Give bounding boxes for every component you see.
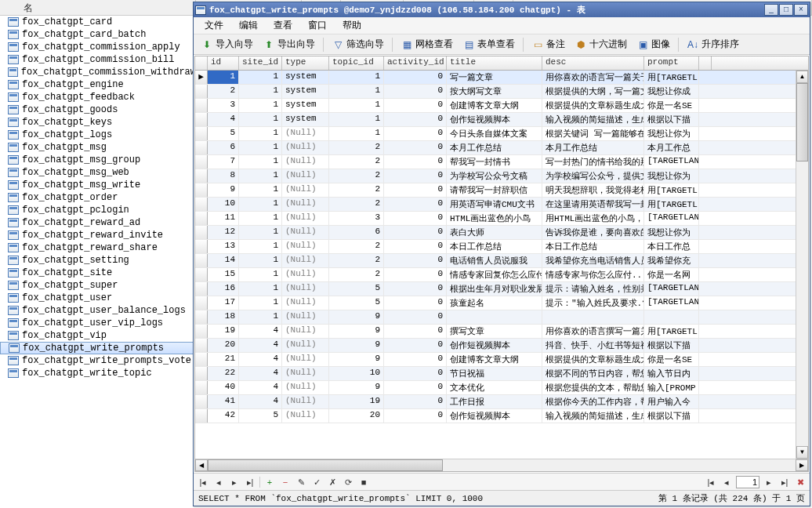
cell-prompt[interactable]: 我想让你为 xyxy=(644,226,699,239)
cell-desc[interactable] xyxy=(542,310,644,324)
cell-site-id[interactable]: 1 xyxy=(239,127,282,140)
row-gutter[interactable] xyxy=(195,240,208,253)
cell-prompt[interactable] xyxy=(644,310,699,324)
row-gutter[interactable] xyxy=(195,310,208,324)
cell-topic-id[interactable]: 9 xyxy=(329,381,384,394)
cell-prompt[interactable]: 用户输入今 xyxy=(644,395,699,408)
cell-topic-id[interactable]: 20 xyxy=(329,409,384,423)
scroll-left-button[interactable]: ◀ xyxy=(195,459,208,471)
row-gutter[interactable] xyxy=(195,381,208,394)
cell-activity-id[interactable]: 0 xyxy=(384,395,447,408)
row-gutter-header[interactable] xyxy=(195,56,208,70)
nav-cancel[interactable]: ✗ xyxy=(326,476,339,488)
table-row[interactable]: 91(Null)20请帮我写一封辞职信明天我想辞职，我觉得老板用[TARGETL xyxy=(195,183,808,198)
cell-id[interactable]: 16 xyxy=(208,282,239,296)
table-row[interactable]: 194(Null)90撰写文章用你喜欢的语言撰写一篇关用[TARGETL xyxy=(195,325,808,339)
table-list-item[interactable]: fox_chatgpt_card xyxy=(0,16,196,28)
cell-id[interactable]: 20 xyxy=(208,339,239,352)
cell-desc[interactable]: 用HTML画出蓝色的小鸟，试 xyxy=(542,212,644,225)
cell-desc[interactable]: 本月工作总结 xyxy=(542,141,644,154)
nav-prev[interactable]: ◂ xyxy=(212,476,225,488)
cell-desc[interactable]: 提示：请输入姓名，性别并 xyxy=(542,282,644,296)
cell-prompt[interactable]: 用[TARGETL xyxy=(644,325,699,338)
cell-type[interactable]: (Null) xyxy=(282,198,329,211)
nav-page-prev[interactable]: ◂ xyxy=(720,476,733,488)
cell-topic-id[interactable]: 2 xyxy=(329,141,384,154)
table-list-item[interactable]: fox_chatgpt_user_balance_logs xyxy=(0,304,196,317)
table-list-item[interactable]: fox_chatgpt_commission_bill xyxy=(0,53,196,66)
hex-button[interactable]: ⬢十六进制 xyxy=(571,35,631,53)
cell-type[interactable]: (Null) xyxy=(282,254,329,267)
cell-id[interactable]: 8 xyxy=(208,169,239,183)
cell-activity-id[interactable]: 0 xyxy=(384,155,447,169)
cell-desc[interactable]: 我希望你充当电话销售人员 xyxy=(542,254,644,267)
cell-topic-id[interactable]: 9 xyxy=(329,325,384,338)
cell-id[interactable]: 4 xyxy=(208,113,239,126)
cell-activity-id[interactable]: 0 xyxy=(384,99,447,112)
row-gutter[interactable] xyxy=(195,113,208,126)
row-gutter[interactable] xyxy=(195,395,208,408)
table-row[interactable]: 111(Null)30HTML画出蓝色的小鸟用HTML画出蓝色的小鸟，试[TAR… xyxy=(195,212,808,226)
table-row[interactable]: 414(Null)190工作日报根据你今天的工作内容，帮用户输入今 xyxy=(195,395,808,409)
minimize-button[interactable]: _ xyxy=(764,4,778,16)
cell-site-id[interactable]: 1 xyxy=(239,113,282,126)
cell-desc[interactable]: 用你喜欢的语言写一篇关于 xyxy=(542,71,644,84)
table-list-item[interactable]: fox_chatgpt_feedback xyxy=(0,91,196,103)
cell-topic-id[interactable]: 10 xyxy=(329,367,384,380)
cell-site-id[interactable]: 4 xyxy=(239,339,282,352)
cell-desc[interactable]: 根据提供的大纲，写一篇文 xyxy=(542,85,644,98)
table-row[interactable]: 404(Null)90文本优化根据您提供的文本，帮助您输入[PROMP xyxy=(195,381,808,395)
nav-next[interactable]: ▸ xyxy=(228,476,241,488)
scroll-up-button[interactable]: ▲ xyxy=(796,71,808,83)
table-list-item[interactable]: fox_chatgpt_reward_share xyxy=(0,241,196,254)
cell-title[interactable]: 写一篇文章 xyxy=(447,71,542,84)
cell-type[interactable]: (Null) xyxy=(282,325,329,338)
col-header-activity-id[interactable]: activity_id xyxy=(384,56,447,70)
table-row[interactable]: 101(Null)20用英语写申请CMU文书在这里请用英语帮我写一封用[TARG… xyxy=(195,198,808,212)
cell-type[interactable]: system xyxy=(282,71,329,84)
cell-id[interactable]: 19 xyxy=(208,325,239,338)
form-view-button[interactable]: ▤表单查看 xyxy=(459,35,519,53)
cell-title[interactable]: 文本优化 xyxy=(447,381,542,394)
col-header-title[interactable]: title xyxy=(447,56,542,70)
table-list-item[interactable]: fox_chatgpt_vip xyxy=(0,329,196,342)
cell-id[interactable]: 12 xyxy=(208,226,239,239)
table-list-item[interactable]: fox_chatgpt_user xyxy=(0,292,196,304)
cell-prompt[interactable]: 根据以下描 xyxy=(644,113,699,126)
cell-title[interactable]: 表白大师 xyxy=(447,226,542,239)
cell-prompt[interactable]: 我想让你成 xyxy=(644,85,699,98)
cell-desc[interactable]: 为学校编写公众号，提供文 xyxy=(542,169,644,183)
scroll-down-button[interactable]: ▼ xyxy=(796,446,808,459)
cell-prompt[interactable]: 我想让你为 xyxy=(644,127,699,140)
cell-type[interactable]: (Null) xyxy=(282,409,329,423)
table-list-item[interactable]: fox_chatgpt_write_topic xyxy=(0,367,196,379)
table-row[interactable]: 121(Null)60表白大师告诉我你是谁，要向喜欢的我想让你为 xyxy=(195,226,808,240)
cell-activity-id[interactable]: 0 xyxy=(384,85,447,98)
cell-activity-id[interactable]: 0 xyxy=(384,325,447,338)
cell-type[interactable]: (Null) xyxy=(282,183,329,197)
cell-type[interactable]: (Null) xyxy=(282,339,329,352)
cell-activity-id[interactable]: 0 xyxy=(384,381,447,394)
row-gutter[interactable] xyxy=(195,169,208,183)
table-row[interactable]: 41system10创作短视频脚本输入视频的简短描述，生成根据以下描 xyxy=(195,113,808,127)
cell-title[interactable]: 创建博客文章大纲 xyxy=(447,353,542,366)
cell-site-id[interactable]: 1 xyxy=(239,212,282,225)
nav-page-next[interactable]: ▸ xyxy=(763,476,775,488)
cell-topic-id[interactable]: 1 xyxy=(329,127,384,140)
cell-site-id[interactable]: 1 xyxy=(239,85,282,98)
cell-id[interactable]: 14 xyxy=(208,254,239,267)
cell-title[interactable]: 请帮我写一封辞职信 xyxy=(447,183,542,197)
table-row[interactable]: 61(Null)20本月工作总结本月工作总结本月工作总 xyxy=(195,141,808,155)
cell-site-id[interactable]: 1 xyxy=(239,141,282,154)
nav-add[interactable]: + xyxy=(263,476,276,488)
col-header-prompt[interactable]: prompt xyxy=(644,56,699,70)
table-list-item[interactable]: fox_chatgpt_logs xyxy=(0,129,196,141)
page-number-input[interactable] xyxy=(736,476,759,488)
cell-topic-id[interactable]: 9 xyxy=(329,310,384,324)
cell-title[interactable]: HTML画出蓝色的小鸟 xyxy=(447,212,542,225)
scroll-thumb[interactable] xyxy=(796,83,808,161)
row-gutter[interactable] xyxy=(195,99,208,112)
table-row[interactable]: 21system10按大纲写文章根据提供的大纲，写一篇文我想让你成 xyxy=(195,85,808,99)
cell-desc[interactable]: 根据您提供的文本，帮助您 xyxy=(542,381,644,394)
cell-site-id[interactable]: 1 xyxy=(239,99,282,112)
